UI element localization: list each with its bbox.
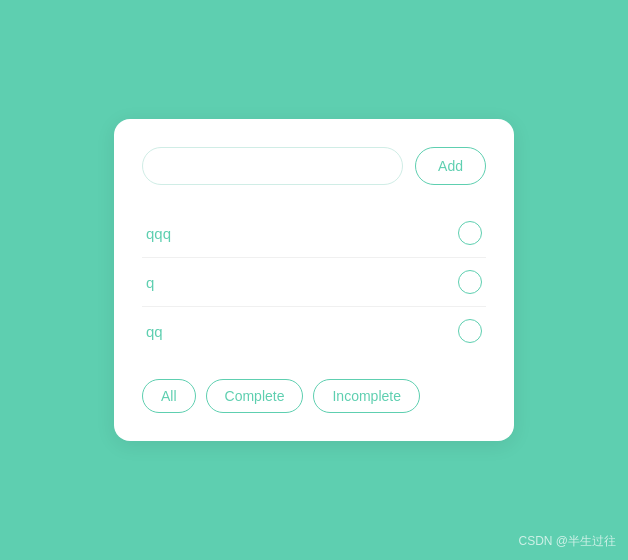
filter-button-all[interactable]: All (142, 379, 196, 413)
add-button[interactable]: Add (415, 147, 486, 185)
todo-checkbox[interactable] (458, 221, 482, 245)
todo-card: Add qqqqqq AllCompleteIncomplete (114, 119, 514, 441)
todo-checkbox[interactable] (458, 270, 482, 294)
watermark: CSDN @半生过往 (518, 533, 616, 550)
todo-item: q (142, 258, 486, 307)
filter-button-incomplete[interactable]: Incomplete (313, 379, 419, 413)
filter-row: AllCompleteIncomplete (142, 379, 486, 413)
todo-item: qqq (142, 209, 486, 258)
filter-button-complete[interactable]: Complete (206, 379, 304, 413)
input-row: Add (142, 147, 486, 185)
todo-label: qq (146, 323, 163, 340)
todo-input[interactable] (142, 147, 403, 185)
todo-label: qqq (146, 225, 171, 242)
todo-list: qqqqqq (142, 209, 486, 355)
todo-checkbox[interactable] (458, 319, 482, 343)
todo-label: q (146, 274, 154, 291)
todo-item: qq (142, 307, 486, 355)
